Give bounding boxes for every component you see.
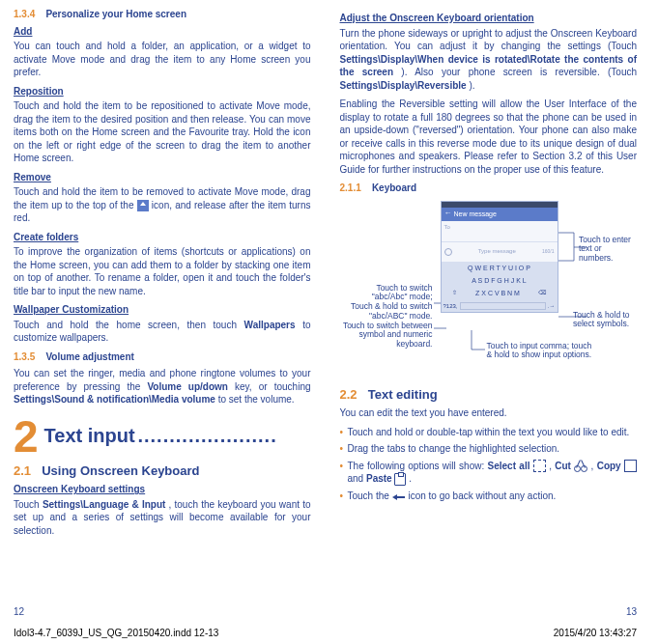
chapter-2-dots: ......................: [137, 425, 276, 446]
b3-dot: .: [409, 473, 412, 484]
wall-head: Wallpaper Customization: [14, 303, 311, 317]
callout-comma: Touch to input comma; touch & hold to sh…: [487, 342, 593, 361]
edit-bullets: Touch and hold or double-tap within the …: [340, 426, 638, 503]
vol-bold2: Settings\Sound & notification\Media volu…: [14, 394, 215, 405]
kb-space: [460, 302, 546, 310]
phone-to-field: To: [442, 221, 558, 242]
add-head: Add: [14, 25, 311, 39]
kb-comma: ,: [456, 302, 458, 310]
callout-sym: Touch to switch between symbol and numer…: [340, 322, 433, 350]
kb-bottom-row: ?123 , . →: [442, 300, 558, 312]
b4b: icon to go back without any action.: [408, 490, 556, 501]
sec-title: Using Onscreen Keyboard: [42, 463, 199, 478]
bullet-2: Drag the tabs to change the highlighted …: [340, 442, 638, 456]
kb-send: →: [550, 302, 556, 310]
callout-abc-2: Touch & hold to switch "abc/ABC" mode.: [351, 301, 433, 321]
bullet-1: Touch and hold or double-tap within the …: [340, 426, 638, 439]
msg-placeholder: Type message: [478, 247, 516, 255]
vol-body: You can set the ringer, media and phone …: [14, 367, 311, 406]
wall-bold: Wallpapers: [244, 320, 296, 330]
okb-body-part1: Touch: [14, 499, 43, 510]
create-head: Create folders: [14, 231, 311, 244]
sec-135-head: 1.3.5 Volume adjustment: [14, 350, 311, 364]
b3-and: and: [348, 473, 366, 484]
right-column: Adjust the Onscreen Keyboard orientation…: [340, 8, 638, 543]
b3-cut: Cut: [555, 461, 571, 471]
sec-21-head: 2.1 Using Onscreen Keyboard: [14, 462, 311, 480]
cut-icon: [574, 461, 587, 472]
keyboard-diagram: ← New message To Type message 160/1 Q W …: [340, 199, 638, 378]
adjust-body-part2: ). Also your phone screen is reversible.…: [401, 67, 637, 77]
adjust-body-part1: Turn the phone sideways or upright to ad…: [340, 28, 638, 52]
meta-file: Idol3-4.7_6039J_US_QG_20150420.indd 12-1…: [14, 628, 218, 638]
okb-bold: Settings\Language & Input: [43, 499, 165, 510]
kb-123: ?123: [443, 302, 456, 310]
char-count: 160/1: [542, 248, 555, 255]
adjust-bold2: Settings\Display\Reversible: [340, 80, 467, 91]
reposition-head: Reposition: [14, 85, 311, 98]
remove-body: Touch and hold the item to be removed to…: [14, 185, 311, 225]
phone-header: ← New message: [442, 208, 558, 221]
copy-icon: [624, 460, 637, 472]
meta-date: 2015/4/20 13:43:27: [554, 628, 637, 638]
chapter-2-txt: Text input: [44, 425, 135, 446]
kb-row-1: Q W E R T Y U I O P: [442, 262, 558, 274]
edit-intro: You can edit the text you have entered.: [340, 406, 638, 420]
left-column: 1.3.4 Personalize your Home screen Add Y…: [14, 8, 311, 543]
callout-abc-1: Touch to switch "abc/Abc" mode;: [372, 283, 433, 302]
sec-num: 2.2: [340, 387, 358, 402]
sec-title: Personalize your Home screen: [45, 9, 186, 19]
phone-keyboard: Q W E R T Y U I O P A S D F G H J K L ⇧ …: [442, 262, 558, 312]
back-arrow-icon: ←: [444, 209, 452, 219]
b3a: The following options will show:: [348, 461, 488, 471]
okb-head: Onscreen Keyboard settings: [14, 483, 311, 496]
shift-icon: ⇧: [452, 289, 457, 297]
backspace-icon: ⌫: [538, 289, 546, 297]
sec-num: 2.1.1: [340, 182, 361, 193]
page-num-right: 13: [626, 606, 637, 617]
remove-icon: [137, 200, 149, 211]
enabling-body: Enabling the Reversible setting will all…: [340, 98, 638, 176]
kb-row-3-letters: Z X C V B N M: [475, 289, 520, 297]
back-icon: [392, 491, 406, 503]
okb-body: Touch Settings\Language & Input , touch …: [14, 498, 311, 538]
vol-bold1: Volume up/down: [147, 381, 228, 392]
chapter-2-head: 2 Text input ......................: [14, 414, 311, 459]
select-all-icon: [533, 460, 546, 472]
sec-num: 2.1: [14, 463, 31, 478]
sec-title: Text editing: [368, 387, 438, 402]
phone-msg-field: Type message 160/1: [442, 242, 558, 262]
sec-num: 1.3.4: [14, 9, 35, 19]
phone-mock: ← New message To Type message 160/1 Q W …: [441, 201, 558, 313]
to-label: To: [444, 224, 450, 230]
page-num-left: 12: [14, 606, 24, 617]
kb-row-3: ⇧ Z X C V B N M ⌫: [442, 287, 558, 299]
adjust-body-part3: ).: [469, 80, 474, 91]
b3-copy: Copy: [597, 461, 621, 471]
page-footer: 12 13: [14, 606, 637, 617]
b3-paste: Paste: [366, 473, 392, 484]
sec-134-head: 1.3.4 Personalize your Home screen: [14, 8, 311, 21]
wall-body: Touch and hold the home screen, then tou…: [14, 319, 311, 345]
vol-body-part3: to set the volume.: [218, 394, 295, 405]
bullet-3: The following options will show: Select …: [340, 460, 638, 487]
kb-row-2: A S D F G H J K L: [442, 274, 558, 287]
wall-body-part1: Touch and hold the home screen, then tou…: [14, 320, 244, 330]
adjust-head: Adjust the Onscreen Keyboard orientation: [340, 12, 638, 25]
reposition-body: Touch and hold the item to be reposition…: [14, 99, 311, 165]
sec-211-head: 2.1.1 Keyboard: [340, 182, 638, 195]
phone-header-label: New message: [454, 210, 497, 218]
sec-title: Keyboard: [372, 182, 416, 193]
attach-icon: [444, 248, 452, 256]
sec-title: Volume adjustment: [45, 351, 134, 362]
chapter-2-num: 2: [14, 414, 39, 459]
vol-body-part2: key, or touching: [235, 381, 310, 392]
create-body: To improve the organization of items (sh…: [14, 245, 311, 297]
callout-hold-sym: Touch & hold to select symbols.: [573, 311, 637, 330]
sec-num: 1.3.5: [14, 351, 35, 362]
callout-enter: Touch to enter text or numbers.: [579, 236, 637, 264]
b3-select: Select all: [488, 461, 530, 471]
add-body: You can touch and hold a folder, an appl…: [14, 40, 311, 79]
bullet-4: Touch the icon to go back without any ac…: [340, 490, 638, 503]
print-meta: Idol3-4.7_6039J_US_QG_20150420.indd 12-1…: [14, 628, 637, 638]
